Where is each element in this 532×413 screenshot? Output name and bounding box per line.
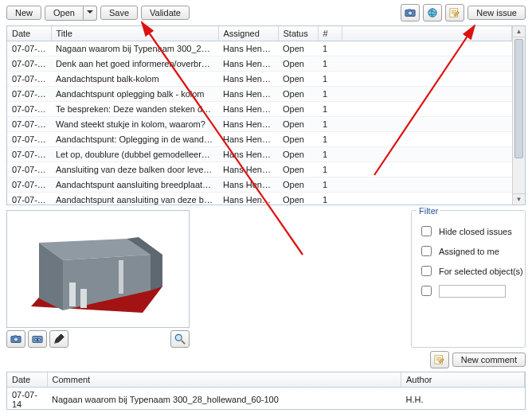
table-row[interactable]: 07-07-14Aansluiting van deze balken door…	[7, 162, 512, 177]
filter-text-checkbox[interactable]	[421, 286, 432, 296]
cell-num: 1	[318, 147, 342, 162]
cell-status: Open	[278, 87, 318, 102]
table-row[interactable]: 07-07-14Let op, doublure (dubbel gemodel…	[7, 147, 512, 162]
cell-date: 07-07-14	[7, 41, 51, 56]
cell-num: 1	[318, 132, 342, 147]
cell-status: Open	[278, 41, 318, 56]
table-row[interactable]: 07-07-14Aandachtspunt aansluiting van de…	[7, 193, 512, 206]
pencil-note-icon	[449, 7, 460, 18]
mid-row: Filter Hide closed issues Assigned to me…	[6, 210, 526, 348]
chevron-down-icon	[87, 10, 93, 17]
col-header-comment-author[interactable]: Author	[401, 372, 525, 388]
edit-button[interactable]	[445, 4, 464, 21]
preview-edit-button[interactable]	[49, 330, 68, 348]
table-row[interactable]: 07-07-14Wand steekt stukje in kolom, waa…	[7, 117, 512, 132]
pencil-note-icon	[434, 354, 445, 365]
issue-preview-image[interactable]	[6, 210, 190, 328]
cell-assigned: Hans Hendr...	[218, 72, 278, 87]
filter-text-input[interactable]	[439, 285, 506, 298]
cell-status: Open	[278, 117, 318, 132]
cell-title: Aandachtspunt aansluiting breedplaat-kan…	[51, 177, 218, 193]
cell-status: Open	[278, 193, 318, 206]
new-comment-button[interactable]: New comment	[452, 353, 526, 367]
preview-camera-view-button[interactable]	[28, 330, 47, 348]
table-row[interactable]: 07-07-14Nagaan waarom bij Typenaam 300_2…	[7, 41, 512, 56]
cell-title: Aansluiting van deze balken door leveran…	[51, 162, 218, 177]
validate-button[interactable]: Validate	[141, 6, 190, 20]
camera-icon	[10, 333, 22, 345]
comment-edit-button[interactable]	[430, 351, 449, 368]
cell-num: 1	[318, 117, 342, 132]
cell-num: 1	[318, 41, 342, 56]
table-row[interactable]: 07-07-14Denk aan het goed informeren/ove…	[7, 56, 512, 72]
preview-panel	[6, 210, 190, 348]
cell-title: Aandachtspunt: Oplegging in de wand. Gee…	[51, 132, 218, 147]
table-row[interactable]: 07-07-14Nagaan waarom bij Typenaam 300_2…	[7, 388, 525, 411]
cell-title: Aandachtspunt aansluiting van deze breed…	[51, 193, 218, 206]
table-row[interactable]: 07-07-14Aandachtspunt aansluiting breedp…	[7, 177, 512, 193]
camera-eye-icon	[32, 333, 43, 345]
svg-rect-15	[14, 335, 17, 337]
filter-panel: Filter Hide closed issues Assigned to me…	[411, 210, 526, 348]
scroll-thumb[interactable]	[514, 39, 523, 158]
svg-rect-11	[80, 289, 87, 308]
open-button[interactable]: Open	[45, 6, 84, 21]
col-header-date[interactable]: Date	[7, 26, 51, 41]
filter-assigned-to-me-label: Assigned to me	[439, 247, 499, 256]
filter-legend: Filter	[417, 206, 440, 216]
open-dropdown-button[interactable]	[84, 6, 97, 21]
comments-table[interactable]: Date Comment Author 07-07-14Nagaan waaro…	[7, 372, 525, 410]
cell-status: Open	[278, 162, 318, 177]
scroll-down-arrow-icon[interactable]: ▼	[513, 193, 525, 205]
cell-author: H.H.	[401, 388, 525, 411]
cell-date: 07-07-14	[7, 177, 51, 193]
preview-toolbar	[6, 330, 190, 348]
cell-comment: Nagaan waarom bij Typenaam 300_28_hollew…	[47, 388, 401, 411]
table-row[interactable]: 07-07-14Aandachtspunt balk-kolomHans Hen…	[7, 72, 512, 87]
cell-title: Aandachtspunt balk-kolom	[51, 72, 218, 87]
cell-date: 07-07-14	[7, 117, 51, 132]
col-header-assigned[interactable]: Assigned	[218, 26, 278, 41]
globe-button[interactable]	[423, 4, 442, 21]
cell-title: Wand steekt stukje in kolom, waarom?	[51, 117, 218, 132]
cell-status: Open	[278, 56, 318, 72]
cell-date: 07-07-14	[7, 193, 51, 206]
col-header-title[interactable]: Title	[51, 26, 218, 41]
camera-icon	[405, 7, 416, 18]
new-issue-button[interactable]: New issue	[467, 6, 526, 20]
save-button[interactable]: Save	[100, 6, 138, 20]
main-toolbar: New Open Save Validate New issue	[0, 0, 532, 25]
cell-assigned: Hans Hendr...	[218, 102, 278, 117]
scroll-up-arrow-icon[interactable]: ▲	[513, 26, 525, 37]
issues-table[interactable]: Date Title Assigned Status # 07-07-14Nag…	[7, 26, 512, 205]
filter-hide-closed-checkbox[interactable]	[421, 226, 432, 236]
cell-date: 07-07-14	[7, 102, 51, 117]
svg-rect-2	[409, 9, 412, 10]
table-row[interactable]: 07-07-14Aandachtspunt oplegging balk - k…	[7, 87, 512, 102]
table-row[interactable]: 07-07-14Te bespreken: Deze wanden steken…	[7, 102, 512, 117]
cell-num: 1	[318, 56, 342, 72]
cell-date: 07-07-14	[7, 162, 51, 177]
filter-for-selected-checkbox[interactable]	[421, 266, 432, 276]
preview-camera-button[interactable]	[6, 330, 25, 348]
filter-assigned-to-me-checkbox[interactable]	[421, 246, 432, 256]
camera-button[interactable]	[401, 4, 420, 21]
svg-point-3	[428, 9, 437, 18]
col-header-num[interactable]: #	[318, 26, 342, 41]
cell-assigned: Hans Hendr...	[218, 41, 278, 56]
issues-scrollbar[interactable]: ▲ ▼	[512, 26, 525, 205]
cell-assigned: Hans Hendr...	[218, 193, 278, 206]
table-row[interactable]: 07-07-14Aandachtspunt: Oplegging in de w…	[7, 132, 512, 147]
col-header-comment-text[interactable]: Comment	[47, 372, 401, 388]
col-header-comment-date[interactable]: Date	[7, 372, 47, 388]
col-header-status[interactable]: Status	[278, 26, 318, 41]
cell-assigned: Hans Hendr...	[218, 56, 278, 72]
cell-date: 07-07-14	[7, 132, 51, 147]
cell-status: Open	[278, 177, 318, 193]
open-split-button: Open	[45, 6, 97, 21]
new-button[interactable]: New	[6, 6, 41, 20]
filter-for-selected-label: For selected object(s)	[439, 267, 523, 276]
svg-point-1	[409, 11, 413, 15]
cell-assigned: Hans Hendr...	[218, 87, 278, 102]
preview-zoom-button[interactable]	[170, 330, 190, 348]
